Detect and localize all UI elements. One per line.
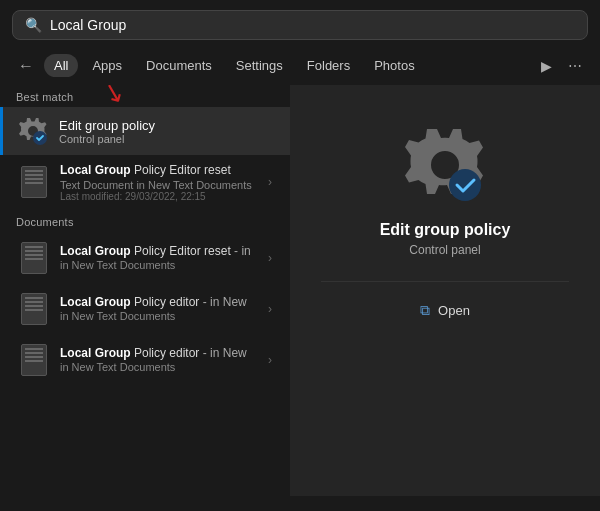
documents-label: Documents	[0, 210, 290, 232]
big-gear-icon	[405, 125, 485, 205]
open-label: Open	[438, 303, 470, 318]
best-match-text: Edit group policy Control panel	[59, 118, 276, 145]
doc-subtitle-3: in New Text Documents	[60, 361, 268, 373]
right-panel: Edit group policy Control panel ⧉ Open	[290, 85, 600, 496]
play-button[interactable]: ▶	[535, 56, 558, 76]
doc-title-2: Local Group Policy editor - in New	[60, 295, 268, 311]
search-bar: 🔍	[12, 10, 588, 40]
best-match-subtitle: Control panel	[59, 133, 276, 145]
doc-icon-2	[18, 291, 50, 327]
filter-documents[interactable]: Documents	[136, 54, 222, 77]
search-icon: 🔍	[25, 17, 42, 33]
gear-svg	[18, 116, 48, 146]
top-doc-item[interactable]: Local Group Policy Editor reset Text Doc…	[4, 156, 286, 209]
best-match-title: Edit group policy	[59, 118, 276, 133]
doc-item-2[interactable]: Local Group Policy editor - in New in Ne…	[4, 284, 286, 334]
svg-point-1	[449, 169, 481, 201]
search-input[interactable]	[50, 17, 575, 33]
doc-text-3: Local Group Policy editor - in New in Ne…	[60, 346, 268, 374]
top-doc-date: Last modified: 29/03/2022, 22:15	[60, 191, 268, 202]
doc-chevron-3: ›	[268, 353, 272, 367]
left-panel: Best match ↘ Edit group policy Control p…	[0, 85, 290, 496]
gear-icon-small	[17, 115, 49, 147]
doc-title-1: Local Group Policy Editor reset - in	[60, 244, 268, 260]
doc-chevron-1: ›	[268, 251, 272, 265]
filter-apps[interactable]: Apps	[82, 54, 132, 77]
doc-text-2: Local Group Policy editor - in New in Ne…	[60, 295, 268, 323]
doc-item-1[interactable]: Local Group Policy Editor reset - in in …	[4, 233, 286, 283]
doc-file-icon	[18, 164, 50, 200]
right-subtitle: Control panel	[409, 243, 480, 257]
right-title: Edit group policy	[380, 221, 511, 239]
doc-item-3[interactable]: Local Group Policy editor - in New in Ne…	[4, 335, 286, 385]
filter-settings[interactable]: Settings	[226, 54, 293, 77]
doc-icon-3	[18, 342, 50, 378]
top-doc-title: Local Group Policy Editor reset	[60, 163, 268, 179]
filter-folders[interactable]: Folders	[297, 54, 360, 77]
best-match-item[interactable]: ↘ Edit group policy Control panel	[0, 107, 290, 155]
doc-chevron-2: ›	[268, 302, 272, 316]
divider	[321, 281, 569, 282]
doc-title-3: Local Group Policy editor - in New	[60, 346, 268, 362]
open-action[interactable]: ⧉ Open	[412, 298, 478, 323]
doc-subtitle-1: in New Text Documents	[60, 259, 268, 271]
doc-icon-1	[18, 240, 50, 276]
open-icon: ⧉	[420, 302, 430, 319]
doc-subtitle-2: in New Text Documents	[60, 310, 268, 322]
big-gear-svg	[405, 125, 485, 205]
filter-all[interactable]: All	[44, 54, 78, 77]
top-doc-chevron: ›	[268, 175, 272, 189]
top-doc-text: Local Group Policy Editor reset Text Doc…	[60, 163, 268, 202]
main-content: Best match ↘ Edit group policy Control p…	[0, 85, 600, 496]
doc-text-1: Local Group Policy Editor reset - in in …	[60, 244, 268, 272]
best-match-label: Best match	[0, 85, 290, 107]
more-button[interactable]: ⋯	[562, 56, 588, 76]
filter-bar: ← All Apps Documents Settings Folders Ph…	[0, 50, 600, 85]
top-doc-subtitle: Text Document in New Text Documents	[60, 179, 268, 191]
back-button[interactable]: ←	[12, 55, 40, 77]
filter-photos[interactable]: Photos	[364, 54, 424, 77]
